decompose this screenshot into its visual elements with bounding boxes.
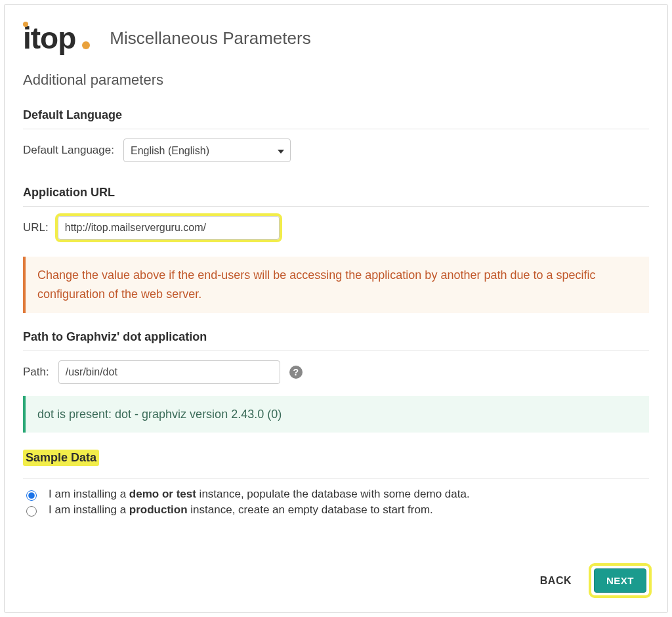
path-field-row: Path: ? — [23, 360, 649, 384]
subtitle: Additional parameters — [23, 72, 649, 89]
url-label: URL: — [23, 221, 49, 234]
sample-data-demo-option[interactable]: I am installing a demo or test instance,… — [23, 488, 649, 501]
page-title: Miscellaneous Parameters — [110, 28, 310, 49]
next-button[interactable]: NEXT — [594, 568, 646, 593]
sample-data-heading: Sample Data — [23, 450, 99, 466]
prod-radio[interactable] — [26, 506, 37, 517]
language-heading: Default Language — [23, 108, 649, 122]
divider — [23, 129, 649, 129]
url-input[interactable] — [58, 216, 280, 240]
demo-option-text: I am installing a demo or test instance,… — [49, 488, 470, 501]
graphviz-heading: Path to Graphviz' dot application — [23, 330, 649, 344]
logo-period-icon — [82, 41, 90, 49]
graphviz-success-alert: dot is present: dot - graphviz version 2… — [23, 396, 649, 433]
logo: itop — [23, 23, 90, 53]
logo-text: itop — [23, 23, 75, 53]
demo-radio[interactable] — [26, 490, 37, 501]
language-field-row: Default Language: English (English) — [23, 138, 649, 162]
logo-word: itop — [23, 21, 75, 55]
divider — [23, 351, 649, 351]
logo-dot-icon — [23, 22, 28, 27]
path-label: Path: — [23, 366, 49, 379]
next-button-highlight: NEXT — [591, 566, 649, 595]
setup-panel: itop Miscellaneous Parameters Additional… — [4, 4, 668, 613]
divider — [23, 206, 649, 207]
language-select[interactable]: English (English) — [123, 138, 291, 162]
url-field-row: URL: — [23, 216, 649, 240]
back-button[interactable]: BACK — [536, 574, 576, 587]
sample-data-section: Sample Data — [23, 450, 649, 473]
help-icon[interactable]: ? — [289, 366, 303, 379]
sample-data-prod-option[interactable]: I am installing a production instance, c… — [23, 503, 649, 517]
language-select-wrap: English (English) — [123, 138, 291, 162]
path-input[interactable] — [58, 360, 280, 384]
language-label: Default Language: — [23, 144, 114, 157]
url-warning-alert: Change the value above if the end-users … — [23, 257, 649, 313]
prod-option-text: I am installing a production instance, c… — [49, 503, 433, 517]
header: itop Miscellaneous Parameters — [23, 23, 649, 53]
divider — [23, 478, 649, 479]
footer-actions: BACK NEXT — [536, 566, 649, 595]
app-url-heading: Application URL — [23, 186, 649, 200]
